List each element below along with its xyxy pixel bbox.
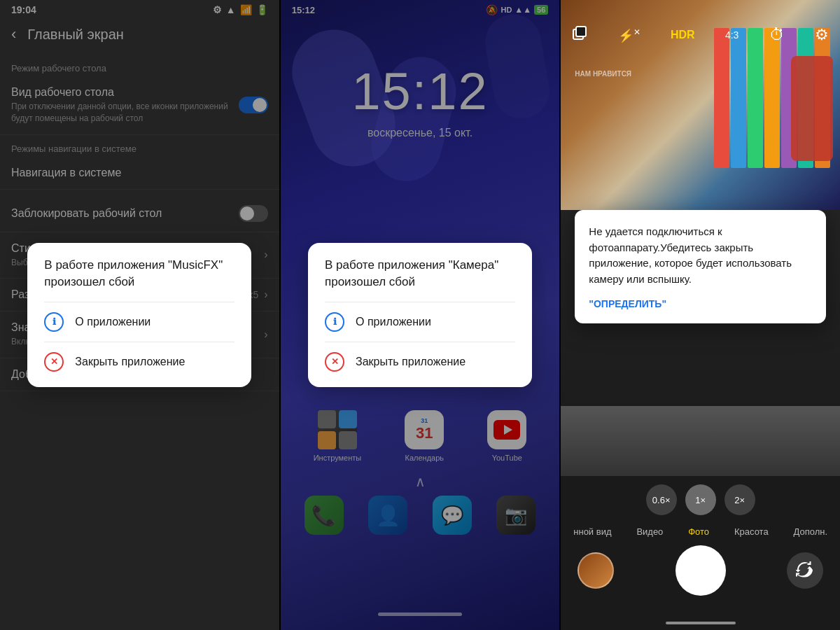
cam-square-icon[interactable] <box>572 25 587 45</box>
gallery-thumbnail[interactable] <box>578 552 614 589</box>
zoom-06x[interactable]: 0.6× <box>646 484 677 515</box>
close-icon-1: ✕ <box>44 352 64 372</box>
dialog-close-label-2: Закрыть приложение <box>356 356 465 368</box>
cam-red-figure <box>791 56 833 161</box>
cam-ratio-label[interactable]: 4:3 <box>725 29 738 41</box>
panel-lockscreen: 15:12 🔕 HD ▲▲ 56 15:12 воскресенье, 15 о… <box>281 0 560 630</box>
dialog-overlay-1: В работе приложения "MusicFX" произошел … <box>0 0 279 630</box>
dialog-title-1: В работе приложения "MusicFX" произошел … <box>44 257 234 290</box>
cam-settings-icon[interactable]: ⚙ <box>815 26 829 44</box>
zoom-1x[interactable]: 1× <box>685 484 716 515</box>
camera-error-text: Не удается подключиться к фотоаппарату.У… <box>589 224 812 287</box>
svg-rect-3 <box>576 27 586 36</box>
cam-floor <box>561 406 840 476</box>
dialog-item-about-1[interactable]: ℹ О приложении <box>44 302 234 342</box>
camera-top-bar: ⚡✕ HDR 4:3 ⏱ ⚙ <box>561 0 840 52</box>
dialog-item-close-2[interactable]: ✕ Закрыть приложение <box>325 342 515 382</box>
camera-error-link[interactable]: "ОПРЕДЕЛИТЬ" <box>589 298 812 309</box>
mode-portrait[interactable]: нной вид <box>573 526 611 537</box>
close-icon-2: ✕ <box>325 352 344 372</box>
mode-beauty[interactable]: Красота <box>734 526 769 537</box>
dialog-item-about-2[interactable]: ℹ О приложении <box>325 302 515 342</box>
flip-camera-button[interactable] <box>787 552 823 589</box>
panel-settings: 19:04 ⚙ ▲ 📶 🔋 ‹ Главный экран Режим рабо… <box>0 0 279 630</box>
camera-bottom-controls: 0.6× 1× 2× нной вид Видео Фото Красота Д… <box>561 476 840 630</box>
info-icon-2: ℹ <box>325 312 344 332</box>
shutter-button[interactable] <box>676 545 726 596</box>
dialog-about-label-1: О приложении <box>75 316 150 328</box>
mode-photo[interactable]: Фото <box>688 526 709 537</box>
dialog-close-label-1: Закрыть приложение <box>75 356 185 368</box>
zoom-controls: 0.6× 1× 2× <box>561 476 840 524</box>
camera-error-dialog: Не удается подключиться к фотоаппарату.У… <box>575 210 826 323</box>
camera-mode-bar: нной вид Видео Фото Красота Дополн. <box>561 524 840 540</box>
dialog-title-2: В работе приложения "Камера" произошел с… <box>325 257 515 290</box>
wall-text: НАМ НРАВИТСЯ <box>575 70 631 78</box>
mode-more[interactable]: Дополн. <box>794 526 828 537</box>
dialog-box-1: В работе приложения "MusicFX" произошел … <box>27 243 251 387</box>
cam-lightning-off-icon[interactable]: ⚡✕ <box>618 27 640 43</box>
mode-video[interactable]: Видео <box>636 526 663 537</box>
shutter-row <box>561 540 840 601</box>
dialog-item-close-1[interactable]: ✕ Закрыть приложение <box>44 342 234 382</box>
cam-timer-icon[interactable]: ⏱ <box>769 26 785 44</box>
panel-camera: НАМ НРАВИТСЯ ⚡✕ HDR 4:3 ⏱ ⚙ Не удается п… <box>561 0 840 630</box>
zoom-2x[interactable]: 2× <box>724 484 755 515</box>
dialog-overlay-2: В работе приложения "Камера" произошел с… <box>281 0 560 630</box>
dialog-about-label-2: О приложении <box>356 316 431 328</box>
info-icon-1: ℹ <box>44 312 64 332</box>
cam-hdr-label[interactable]: HDR <box>671 29 695 41</box>
dialog-box-2: В работе приложения "Камера" произошел с… <box>308 243 532 387</box>
